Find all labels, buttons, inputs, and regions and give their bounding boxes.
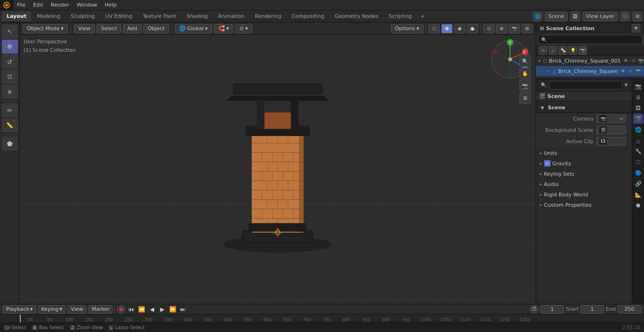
tool-add[interactable]: ⬟ [2,137,18,151]
viewport-shade-solid[interactable]: ⬢ [441,24,453,33]
current-frame-field[interactable]: 1 [540,305,564,314]
time-display-btn[interactable]: ⏱ [530,305,538,314]
item-render-1[interactable]: 📷 [635,68,641,74]
tool-rotate[interactable]: ↺ [2,55,18,69]
tab-animation[interactable]: Animation [213,11,249,22]
nav-zoom-btn[interactable]: 🔍 [520,56,531,67]
scene-selector[interactable]: Scene [545,12,568,21]
props-icon-world[interactable]: 🌐 [633,124,644,135]
filter-objects[interactable]: △ [549,46,557,55]
select-menu-btn[interactable]: Select [97,24,121,33]
snap-btn[interactable]: 🧲 ▾ [214,24,233,33]
props-icon-scene[interactable]: 🎬 [633,113,644,124]
tab-texture-paint[interactable]: Texture Paint [138,11,181,22]
tab-modeling[interactable]: Modeling [32,11,65,22]
playback-btn[interactable]: Playback ▾ [3,305,36,314]
add-menu-btn[interactable]: Add [123,24,141,33]
info-icon[interactable]: ⓘ [620,12,630,21]
tab-sculpting[interactable]: Sculpting [66,11,99,22]
step-back-btn[interactable]: ⏪ [137,305,146,314]
outliner-filter-btn[interactable]: ▼ [632,24,640,32]
end-frame-field[interactable]: 250 [618,305,641,314]
props-icon-physics[interactable]: 🔵 [633,168,644,178]
window-controls[interactable]: ⊞ [633,12,642,21]
nav-ortho-btn[interactable]: ⊞ [520,92,531,104]
bg-scene-value[interactable]: 🎬 [596,126,626,134]
outliner-item-0[interactable]: ▸ ⬡ Brick_Chimney_Square_001 👁 ⊙ 📷 [536,56,644,66]
props-filter-btn[interactable]: ▼ [624,82,628,88]
view-layer-selector[interactable]: View Layer [583,12,618,21]
play-btn[interactable]: ▶ [157,305,167,314]
rigid-body-section[interactable]: ▸ Rigid Body World [536,189,632,200]
viewport-sidebar-btn[interactable]: ⊞ [521,24,533,33]
tab-geometry-nodes[interactable]: Geometry Nodes [330,11,383,22]
object-menu-btn[interactable]: Object [143,24,169,33]
props-icon-particles[interactable]: ⬡ [633,157,644,167]
tab-scripting[interactable]: Scripting [384,11,416,22]
tab-compositing[interactable]: Compositing [287,11,329,22]
tool-measure[interactable]: 📏 [2,118,18,132]
gravity-checkbox[interactable]: ✓ [544,160,551,167]
item-select-1[interactable]: ⊙ [627,68,634,74]
play-back-btn[interactable]: ◀ [147,305,157,314]
outliner-item-1[interactable]: ‣ △ Brick_Chimney_Square 👁 ⊙ 📷 [536,66,644,76]
proportional-btn[interactable]: ⊙ ▾ [235,24,252,33]
tool-annotate[interactable]: ✏ [2,103,18,117]
props-icon-material[interactable]: ⬢ [633,200,644,211]
viewport-shade-render[interactable]: ● [467,24,478,33]
item-view-0[interactable]: 👁 [623,57,629,64]
tab-uv-editing[interactable]: UV Editing [100,11,137,22]
scene-section-header[interactable]: 🎬 Scene [536,91,632,102]
props-search-box[interactable] [549,81,622,89]
options-btn[interactable]: Options ▾ [391,24,423,33]
nav-gizmo[interactable]: X Y Z 🔍 ✋ [489,39,531,80]
custom-props-section[interactable]: ▸ Custom Properties [536,200,632,210]
jump-end-btn[interactable]: ⏭ [178,305,188,314]
props-icon-object[interactable]: △ [633,135,644,146]
outliner-search[interactable]: 🔍 [538,35,642,44]
view-btn[interactable]: View [67,305,86,314]
props-icon-output[interactable]: 🖨 [633,92,644,102]
item-select-0[interactable]: ⊙ [630,57,637,64]
filter-lights[interactable]: 💡 [569,46,577,55]
nav-pan-btn[interactable]: ✋ [520,68,531,79]
props-icon-modifier[interactable]: 🔧 [633,146,644,156]
jump-start-btn[interactable]: ⏮ [126,305,136,314]
viewport-canvas[interactable]: User Perspective (1) Scene Collection [20,35,536,304]
props-icon-constraints[interactable]: 🔗 [633,178,644,189]
marker-btn[interactable]: Marker [88,305,113,314]
object-mode-btn[interactable]: Object Mode ▾ [23,24,68,33]
tab-layout[interactable]: Layout [2,11,31,22]
props-icon-view-layer[interactable]: 🖼 [633,103,644,113]
tool-cursor[interactable]: ↖ [2,24,18,39]
tab-shading[interactable]: Shading [182,11,213,22]
nav-camera-btn[interactable]: 📷 [520,80,531,91]
units-section[interactable]: ▸ Units [536,148,632,158]
camera-value[interactable]: 📷 ✏ [596,114,626,123]
tab-rendering[interactable]: Rendering [250,11,286,22]
filter-cameras[interactable]: 📷 [578,46,587,55]
item-view-1[interactable]: 👁 [619,68,626,74]
filter-all[interactable]: ⊙ [539,46,547,55]
viewport-camera-btn[interactable]: 📷 [509,24,520,33]
viewport-overlay-btn[interactable]: ⊙ [483,24,495,33]
menu-edit[interactable]: Edit [29,0,47,10]
camera-pick-icon[interactable]: ✏ [619,116,623,121]
keying-sets-section[interactable]: ▸ Keying Sets [536,169,632,179]
viewport-shade-material[interactable]: ◉ [454,24,465,33]
transform-space-btn[interactable]: 🌐 Global ▾ [175,24,212,33]
gravity-section[interactable]: ▸ ✓ Gravity [536,158,632,169]
step-fwd-btn[interactable]: ⏩ [168,305,177,314]
active-clip-value[interactable]: 🎞 [596,137,626,146]
tool-move[interactable]: ✥ [2,40,18,54]
menu-help[interactable]: Help [101,0,120,10]
menu-file[interactable]: File [13,0,29,10]
start-frame-field[interactable]: 1 [580,305,604,314]
menu-render[interactable]: Render [47,0,73,10]
menu-window[interactable]: Window [73,0,101,10]
view-menu-btn[interactable]: View [74,24,95,33]
viewport-shade-wire[interactable]: ⬡ [429,24,440,33]
tool-transform[interactable]: ⊕ [2,85,18,99]
tool-scale[interactable]: ⊡ [2,70,18,84]
props-icon-render[interactable]: 📷 [633,81,644,91]
